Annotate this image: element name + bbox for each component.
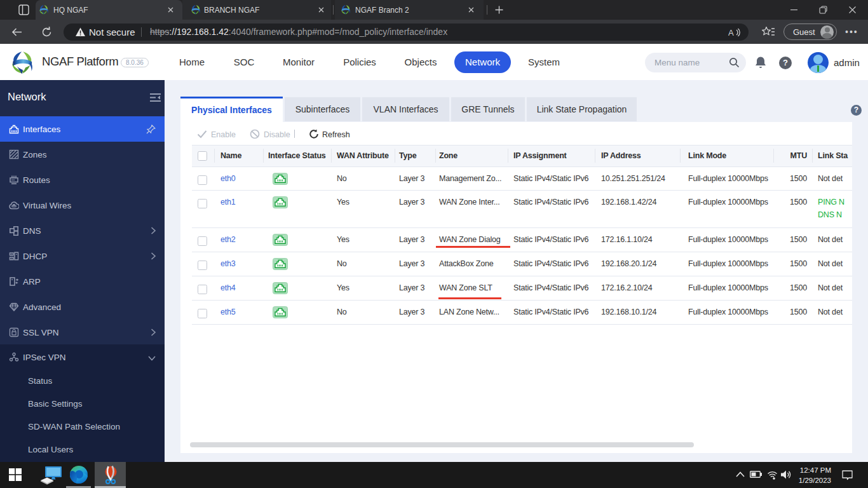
svg-text:A: A bbox=[728, 28, 734, 37]
